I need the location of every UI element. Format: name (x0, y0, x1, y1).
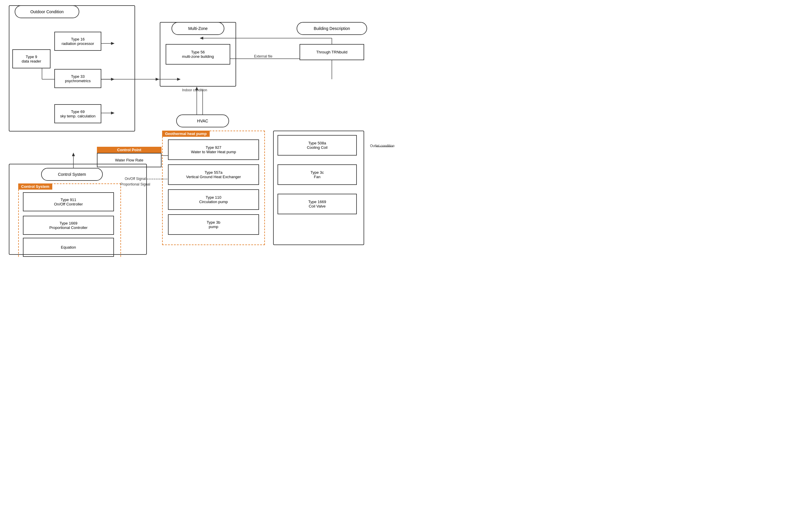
hvac-label: HVAC (197, 119, 208, 123)
type927-box: Type 927 Water to Water Heat pump (168, 140, 259, 160)
type3b-line1: Type 3b (207, 220, 220, 224)
indoor-condition-label: Indoor condition (182, 88, 207, 92)
type927-line1: Type 927 (206, 145, 222, 150)
type508a-line2: Cooling Coil (307, 145, 327, 150)
type557a-box: Type 557a Vertical Ground Heat Exchanger (168, 164, 259, 185)
type1669-right-line1: Type 1669 (308, 200, 326, 204)
type69-line2: sky temp. calculation (60, 114, 96, 118)
type3c-box: Type 3c Fan (278, 164, 357, 185)
hvac-pill: HVAC (176, 115, 229, 127)
type56-line2: multi-zone building (182, 54, 214, 59)
type508a-line1: Type 508a (308, 141, 326, 145)
through-trnbuild-box: Through TRNbuild (299, 44, 364, 60)
type9-line1: Type 9 (26, 55, 37, 59)
svg-marker-2 (156, 78, 159, 81)
type110-line2: Circulation pump (199, 200, 228, 204)
svg-marker-20 (72, 153, 75, 156)
type557a-line2: Vertical Ground Heat Exchanger (186, 175, 241, 179)
type3b-box: Type 3b pump (168, 214, 259, 235)
control-system-outer-group (9, 164, 147, 255)
type1669-right-box: Type 1669 Coil Valve (278, 194, 357, 214)
type16-line1: Type 16 (71, 37, 85, 41)
diagram: Outdoor Condition Type 9 data reader Typ… (0, 0, 406, 258)
external-file-label: External file (254, 54, 272, 58)
type33-line1: Type 33 (71, 74, 85, 79)
type69-line1: Type 69 (71, 110, 85, 114)
type69-box: Type 69 sky temp. calculation (54, 104, 101, 123)
control-point-label-inner: Control Point (97, 147, 162, 153)
type16-line2: radiation processor (62, 41, 94, 46)
type110-box: Type 110 Circulation pump (168, 189, 259, 210)
type3c-line2: Fan (314, 175, 320, 179)
type110-line1: Type 110 (206, 195, 222, 200)
type3b-line2: pump (209, 224, 219, 229)
type927-line2: Water to Water Heat pump (191, 150, 236, 154)
through-trnbuild-label: Through TRNbuild (316, 50, 347, 54)
type9-box: Type 9 data reader (12, 49, 51, 68)
type33-box: Type 33 psychrometrics (54, 69, 101, 88)
type9-line2: data reader (22, 59, 41, 63)
building-description-label: Building Description (314, 26, 350, 31)
type1669-right-line2: Coil Valve (309, 204, 326, 208)
building-description-pill: Building Description (297, 22, 367, 35)
type508a-box: Type 508a Cooling Coil (278, 135, 357, 156)
type56-line1: Type 56 (191, 50, 205, 54)
type3c-line1: Type 3c (311, 170, 324, 175)
type33-line2: psychrometrics (65, 79, 90, 83)
outlet-condition-label: Outlet condition (370, 144, 395, 148)
type56-box: Type 56 multi-zone building (166, 44, 230, 65)
type16-box: Type 16 radiation processor (54, 32, 101, 51)
type557a-line1: Type 557a (205, 170, 223, 175)
